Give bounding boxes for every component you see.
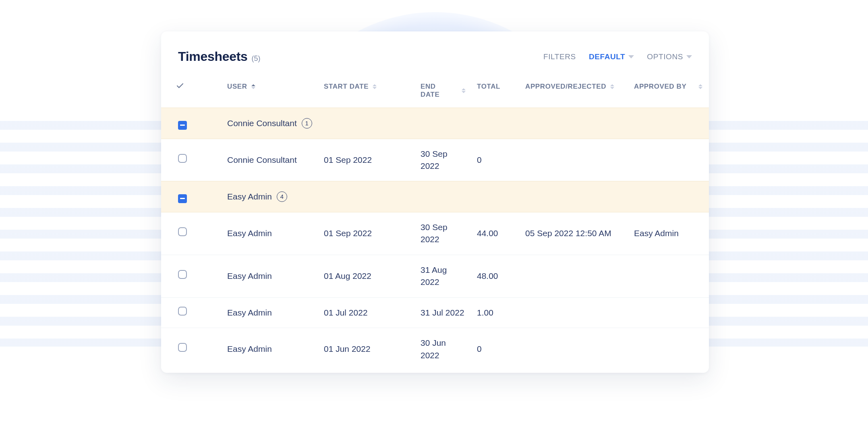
cell-end-date: 30 Sep 2022 <box>415 139 471 181</box>
table-row[interactable]: Easy Admin 01 Jun 2022 30 Jun 2022 0 <box>161 328 709 370</box>
cell-approved-by: Easy Admin <box>628 212 709 255</box>
cell-user: Easy Admin <box>222 297 318 328</box>
filters-label: FILTERS <box>543 52 576 61</box>
column-header-end-date[interactable]: END DATE <box>415 75 471 108</box>
column-label: APPROVED BY <box>634 83 686 91</box>
cell-approved-by <box>628 328 709 370</box>
cell-start-date: 01 Jul 2022 <box>318 297 415 328</box>
cell-approved-by <box>628 297 709 328</box>
cell-total: 48.00 <box>471 255 520 297</box>
cell-user: Connie Consultant <box>222 139 318 181</box>
group-name-text: Connie Consultant <box>227 117 297 129</box>
cell-user: Easy Admin <box>222 212 318 255</box>
sort-icon <box>698 84 702 89</box>
cell-total: 44.00 <box>471 212 520 255</box>
filter-value-text: DEFAULT <box>589 52 625 61</box>
timesheets-card: Timesheets (5) FILTERS DEFAULT OPTIONS <box>161 31 709 373</box>
column-header-user[interactable]: USER <box>222 75 318 108</box>
cell-start-date: 01 Sep 2022 <box>318 212 415 255</box>
page-title: Timesheets <box>178 49 248 64</box>
header-actions: FILTERS DEFAULT OPTIONS <box>543 52 692 61</box>
options-label-text: OPTIONS <box>647 52 683 61</box>
table-row[interactable]: Easy Admin 01 Aug 2022 31 Aug 2022 48.00 <box>161 255 709 297</box>
cell-user: Easy Admin <box>222 255 318 297</box>
column-header-select[interactable] <box>161 75 222 108</box>
group-row: Connie Consultant 1 <box>161 108 709 139</box>
cell-approved-by <box>628 139 709 181</box>
title-wrap: Timesheets (5) <box>178 49 261 64</box>
cell-start-date: 01 Sep 2022 <box>318 139 415 181</box>
sort-icon <box>373 84 377 89</box>
cell-user: Easy Admin <box>222 328 318 370</box>
column-header-approved-by[interactable]: APPROVED BY <box>628 75 709 108</box>
cell-approved <box>520 255 628 297</box>
column-header-approved-rejected[interactable]: APPROVED/REJECTED <box>520 75 628 108</box>
cell-approved-by <box>628 255 709 297</box>
options-dropdown[interactable]: OPTIONS <box>647 52 692 61</box>
cell-approved <box>520 328 628 370</box>
caret-down-icon <box>686 55 692 58</box>
cell-approved <box>520 139 628 181</box>
cell-end-date: 30 Sep 2022 <box>415 212 471 255</box>
sort-icon <box>251 84 255 89</box>
check-icon <box>176 83 184 88</box>
column-label: TOTAL <box>477 83 500 91</box>
column-header-start-date[interactable]: START DATE <box>318 75 415 108</box>
minus-icon <box>180 198 185 199</box>
group-name: Connie Consultant 1 <box>227 117 312 129</box>
cell-total: 0 <box>471 328 520 370</box>
table-header-row: USER START DATE <box>161 75 709 108</box>
column-label: APPROVED/REJECTED <box>525 83 606 91</box>
row-checkbox[interactable] <box>178 270 187 279</box>
minus-icon <box>180 125 185 126</box>
cell-approved: 05 Sep 2022 12:50 AM <box>520 212 628 255</box>
record-count: (5) <box>252 54 261 63</box>
row-checkbox[interactable] <box>178 227 187 236</box>
cell-approved <box>520 297 628 328</box>
timesheets-table: USER START DATE <box>161 75 709 370</box>
cell-total: 0 <box>471 139 520 181</box>
cell-start-date: 01 Aug 2022 <box>318 255 415 297</box>
group-row: Easy Admin 4 <box>161 181 709 212</box>
cell-total: 1.00 <box>471 297 520 328</box>
table-row[interactable]: Easy Admin 01 Jul 2022 31 Jul 2022 1.00 <box>161 297 709 328</box>
column-label: END DATE <box>421 83 450 99</box>
caret-down-icon <box>628 55 634 58</box>
card-header: Timesheets (5) FILTERS DEFAULT OPTIONS <box>161 31 709 75</box>
group-name: Easy Admin 4 <box>227 191 287 203</box>
row-checkbox[interactable] <box>178 154 187 163</box>
filter-dropdown[interactable]: DEFAULT <box>589 52 634 61</box>
group-name-text: Easy Admin <box>227 191 272 203</box>
column-label: START DATE <box>324 83 369 91</box>
collapse-toggle[interactable] <box>178 194 187 203</box>
sort-icon <box>462 88 466 93</box>
row-checkbox[interactable] <box>178 343 187 352</box>
column-label: USER <box>227 83 247 91</box>
group-count-badge: 4 <box>277 191 287 202</box>
sort-icon <box>610 84 614 89</box>
cell-end-date: 30 Jun 2022 <box>415 328 471 370</box>
column-header-total[interactable]: TOTAL <box>471 75 520 108</box>
table-row[interactable]: Easy Admin 01 Sep 2022 30 Sep 2022 44.00… <box>161 212 709 255</box>
collapse-toggle[interactable] <box>178 121 187 130</box>
group-count-badge: 1 <box>302 118 312 129</box>
table-row[interactable]: Connie Consultant 01 Sep 2022 30 Sep 202… <box>161 139 709 181</box>
cell-start-date: 01 Jun 2022 <box>318 328 415 370</box>
cell-end-date: 31 Jul 2022 <box>415 297 471 328</box>
row-checkbox[interactable] <box>178 307 187 316</box>
cell-end-date: 31 Aug 2022 <box>415 255 471 297</box>
